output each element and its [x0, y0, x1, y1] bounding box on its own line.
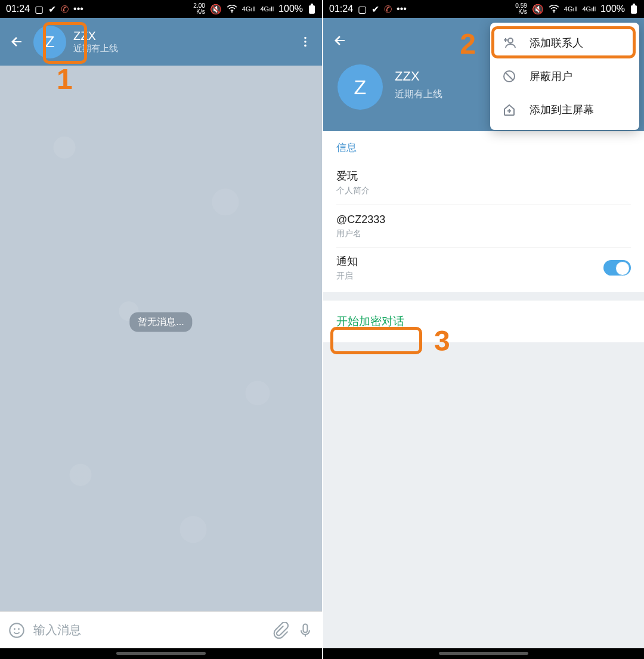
username-value: @CZ2333 [336, 214, 631, 226]
call-blocked-icon: ✆ [61, 4, 69, 15]
svg-rect-2 [311, 4, 313, 5]
username-row[interactable]: @CZ2333 用户名 [336, 208, 631, 245]
status-time: 01:24 [329, 4, 353, 14]
svg-rect-12 [633, 4, 635, 5]
status-bar: 01:24 ▢ ✔ ✆ ••• 0.59K/s 🔇 4Gıll 4Gıll 10… [323, 0, 644, 18]
bio-row[interactable]: 爱玩 个人简介 [336, 163, 631, 202]
profile-avatar[interactable]: Z [338, 64, 383, 110]
menu-block-user-label: 屏蔽用户 [530, 69, 572, 83]
check-icon: ✔ [371, 4, 379, 15]
avatar-letter: Z [354, 76, 367, 99]
back-button[interactable] [7, 32, 26, 51]
android-navbar[interactable] [323, 648, 644, 659]
info-section: 信息 爱玩 个人简介 @CZ2333 用户名 通知 开启 [323, 131, 644, 292]
call-blocked-icon: ✆ [384, 4, 392, 15]
signal-4g-icon-2: 4Gıll [260, 5, 274, 13]
options-menu: 添加联系人 屏蔽用户 添加到主屏幕 [490, 23, 639, 130]
menu-block-user[interactable]: 屏蔽用户 [490, 60, 639, 93]
no-messages-bubble: 暂无消息... [129, 313, 192, 332]
battery-pct: 100% [278, 4, 303, 14]
screen-profile: 01:24 ▢ ✔ ✆ ••• 0.59K/s 🔇 4Gıll 4Gıll 10… [322, 0, 644, 659]
svg-line-15 [506, 73, 513, 80]
emoji-icon[interactable] [8, 622, 25, 639]
contact-status: 近期有上线 [73, 43, 289, 54]
menu-add-home-label: 添加到主屏幕 [530, 103, 594, 117]
mute-icon: 🔇 [210, 4, 222, 15]
profile-empty-space [323, 342, 644, 648]
divider [336, 205, 631, 205]
contact-name: ZZX [73, 29, 289, 43]
screen-chat: 01:24 ▢ ✔ ✆ ••• 2.00K/s 🔇 4Gıll 4Gıll 10… [0, 0, 322, 659]
battery-icon [308, 4, 316, 14]
gallery-icon: ▢ [358, 4, 367, 15]
status-time: 01:24 [6, 4, 30, 14]
wifi-icon [227, 5, 237, 13]
info-section-title: 信息 [336, 141, 631, 154]
signal-4g-icon: 4Gıll [242, 5, 256, 13]
secret-chat-section: 开始加密对话 [323, 301, 644, 342]
microphone-icon[interactable] [297, 622, 314, 639]
android-navbar[interactable] [0, 648, 322, 659]
notifications-toggle[interactable] [603, 260, 631, 276]
home-plus-icon [502, 103, 516, 117]
profile-body: 信息 爱玩 个人简介 @CZ2333 用户名 通知 开启 [323, 131, 644, 648]
chat-doodle-bg [0, 66, 322, 611]
chat-title-block[interactable]: ZZX 近期有上线 [73, 29, 289, 54]
attachment-icon[interactable] [272, 622, 289, 639]
menu-add-contact-label: 添加联系人 [530, 36, 583, 50]
chat-header: Z ZZX 近期有上线 [0, 18, 322, 66]
bio-value: 爱玩 [336, 169, 631, 183]
username-label: 用户名 [336, 228, 631, 239]
svg-rect-9 [304, 624, 308, 632]
mute-icon: 🔇 [532, 4, 544, 15]
signal-4g-icon-2: 4Gıll [582, 5, 596, 13]
message-input-bar [0, 611, 322, 648]
back-button[interactable] [330, 31, 349, 50]
profile-name: ZZX [395, 69, 420, 84]
svg-point-13 [508, 38, 513, 43]
notifications-title: 通知 [336, 254, 358, 268]
wifi-icon [549, 5, 559, 13]
block-icon [502, 69, 516, 83]
bio-label: 个人简介 [336, 185, 631, 196]
profile-header: Z ZZX 近期有上线 添加联系人 屏蔽用户 [323, 18, 644, 131]
add-contact-icon [502, 36, 516, 50]
svg-point-8 [18, 628, 20, 630]
svg-point-0 [231, 11, 233, 13]
net-speed: 0.59K/s [515, 3, 527, 15]
avatar-letter: Z [45, 33, 55, 51]
svg-point-10 [553, 11, 555, 13]
notifications-state: 开启 [336, 271, 358, 281]
battery-pct: 100% [600, 4, 625, 14]
svg-point-4 [304, 41, 306, 43]
check-icon: ✔ [48, 4, 56, 15]
more-options-button[interactable] [296, 32, 315, 51]
svg-rect-1 [309, 5, 315, 14]
message-input[interactable] [33, 623, 264, 637]
svg-point-5 [304, 45, 306, 47]
svg-point-7 [14, 628, 16, 630]
start-secret-chat-button[interactable]: 开始加密对话 [336, 315, 404, 327]
more-dots-icon: ••• [397, 4, 407, 14]
signal-4g-icon: 4Gıll [564, 5, 578, 13]
svg-point-3 [304, 37, 306, 39]
menu-add-contact[interactable]: 添加联系人 [490, 26, 639, 60]
more-dots-icon: ••• [73, 4, 83, 14]
divider [336, 247, 631, 248]
gallery-icon: ▢ [35, 4, 44, 15]
notifications-row[interactable]: 通知 开启 [336, 250, 631, 285]
net-speed: 2.00K/s [193, 3, 205, 15]
svg-rect-11 [631, 5, 637, 14]
battery-icon [630, 4, 638, 14]
chat-body[interactable]: 暂无消息... [0, 66, 322, 611]
menu-add-to-home[interactable]: 添加到主屏幕 [490, 93, 639, 126]
svg-point-6 [10, 623, 23, 637]
contact-avatar[interactable]: Z [33, 26, 66, 58]
status-bar: 01:24 ▢ ✔ ✆ ••• 2.00K/s 🔇 4Gıll 4Gıll 10… [0, 0, 322, 18]
profile-status: 近期有上线 [395, 88, 442, 101]
